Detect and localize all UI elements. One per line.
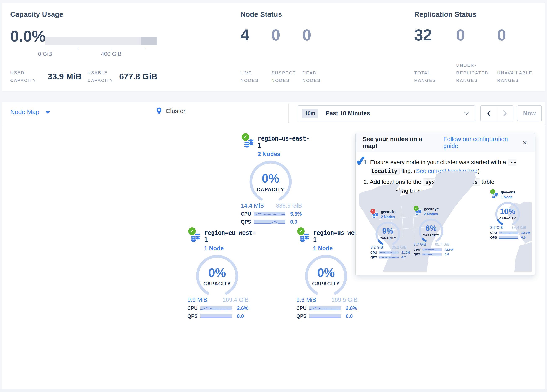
map-pin-icon [156,107,162,115]
suspect-nodes-label: SUSPECT NODES [271,69,302,85]
node-card-geo-sfo[interactable]: 1 geo=sfo 2 Nodes 9% CAPACITY 3.2 GiB 35… [370,209,414,259]
time-stepper [480,105,513,121]
now-button[interactable]: Now [517,105,542,121]
sparkline-chart [499,236,518,239]
cpu-value: 11.0% [402,251,410,254]
node-card-header: ✓ geo=nyc 2 Nodes [414,206,457,217]
capacity-axis-label-400: 400 GiB [96,51,126,57]
configuration-guide-link[interactable]: Follow our configuration guide [443,136,522,150]
sparkline-chart [499,231,518,234]
view-selector-label: Node Map [10,109,39,116]
under-replicated-ranges-label: UNDER- REPLICATED RANGES [456,61,497,84]
node-count-link[interactable]: 2 Nodes [258,151,310,158]
capacity-bar-reserved-segment [141,37,157,45]
node-count-link[interactable]: 2 Nodes [381,215,414,219]
popup-header: See your nodes on a map! Follow our conf… [356,133,535,152]
qps-label: QPS [370,255,379,259]
capacity-axis-label-0: 0 GiB [30,51,60,57]
capacity-values: 9.9 MiB 169.4 GiB [187,296,249,303]
used-capacity: 3.6 GiB [490,226,503,230]
cpu-metric-row: CPU 5.5% [241,211,310,217]
close-icon[interactable]: ✕ [522,139,527,146]
node-card-region-eu-west-1[interactable]: ✓ region=eu-west-1 1 Node 0% CAPACITY 9.… [187,228,257,319]
used-capacity-value: 33.9 MiB [48,72,82,81]
time-range-dropdown[interactable]: 10m Past 10 Minutes [298,105,475,121]
chevron-right-icon [503,110,507,117]
cpu-label: CPU [370,251,379,254]
qps-value: 0.0 [290,219,297,225]
time-range-badge: 10m [302,109,318,118]
qps-label: QPS [296,313,309,319]
node-card-region-us-east-1[interactable]: ✓ region=us-east-1 2 Nodes 0% CAPACITY 1… [241,134,310,225]
cpu-label: CPU [241,211,254,217]
node-card-header: 1 geo=sfo 2 Nodes [370,209,414,220]
capacity-usage-title: Capacity Usage [10,10,63,18]
node-map-setup-popup: See your nodes on a map! Follow our conf… [356,133,535,275]
node-card-region-us-west-1[interactable]: ✓ region=us-west-1 1 Node 0% CAPACITY 9.… [296,228,365,319]
capacity-word: CAPACITY [243,187,298,193]
used-capacity: 9.6 MiB [296,296,316,303]
capacity-values: 3.7 GiB 65.7 GiB [414,242,450,247]
capacity-percent: 0% [190,266,244,280]
dead-nodes-label: DEAD NODES [302,69,336,85]
capacity-gauge: 0% CAPACITY [190,253,244,295]
qps-label: QPS [241,219,254,225]
sparkline-chart [309,314,341,319]
total-capacity: 35.1 GiB [392,245,406,250]
total-capacity: 34.4 GiB [512,226,526,230]
node-locality-label: region=eu-west-1 [204,228,257,243]
view-selector-dropdown[interactable]: Node Map [10,109,50,116]
suspect-nodes-count: 0 [271,26,302,44]
capacity-percent: 0% [243,171,298,185]
sparkline-chart [254,212,285,217]
popup-title: See your nodes on a map! [363,136,436,150]
database-icon [415,208,422,215]
capacity-word: CAPACITY [372,236,403,240]
node-card-geo-nyc[interactable]: ✓ geo=nyc 2 Nodes 6% CAPACITY 3.7 GiB 65… [414,206,457,256]
time-step-back-button[interactable] [481,106,497,121]
breadcrumb[interactable]: Cluster [156,107,185,115]
qps-label: QPS [187,313,200,319]
sparkline-chart [422,253,442,256]
capacity-gauge: 10% CAPACITY [492,201,523,225]
dead-nodes-count: 0 [302,26,336,44]
caret-down-icon[interactable] [45,111,50,114]
node-card-geo-ams[interactable]: ✓ geo=ams 1 Node 10% CAPACITY 3.6 GiB 34… [490,190,532,239]
capacity-word: CAPACITY [299,281,353,287]
capacity-word: CAPACITY [492,217,523,220]
cpu-metric-row: CPU 2.6% [187,305,257,311]
node-locality-label: geo=nyc [424,206,457,211]
qps-metric-row: QPS 0.0 [490,236,532,239]
replication-status-title: Replication Status [414,10,476,18]
check-mark-icon: ✔ [355,153,368,169]
chevron-down-icon[interactable] [464,112,469,115]
cpu-metric-row: CPU 12.3% [490,231,532,234]
node-count-link[interactable]: 1 Node [501,195,532,199]
capacity-percent: 10% [492,207,523,216]
sparkline-chart [200,306,232,311]
total-ranges-label: TOTAL RANGES [414,69,456,85]
database-icon [492,192,499,199]
time-step-forward-button[interactable] [497,106,513,121]
total-capacity: 65.7 GiB [435,242,450,247]
used-capacity: 3.2 GiB [370,245,383,250]
node-count-link[interactable]: 2 Nodes [424,212,457,216]
capacity-gauge: 9% CAPACITY [372,220,403,245]
cpu-label: CPU [187,305,200,311]
qps-label: QPS [414,252,422,256]
node-map-canvas: ✓ region=us-east-1 2 Nodes 0% CAPACITY 1… [2,124,545,389]
database-icon [299,232,310,243]
capacity-axis-tick [144,47,144,50]
qps-value: 0.0 [237,313,244,319]
under-replicated-ranges-count: 0 [456,26,497,44]
node-count-link[interactable]: 1 Node [204,245,257,252]
replication-status-labels: TOTAL RANGES UNDER- REPLICATED RANGES UN… [414,59,539,84]
total-capacity: 169.4 GiB [222,296,249,303]
qps-metric-row: QPS 0.0 [414,252,457,256]
capacity-values: 14.4 MiB 338.9 GiB [241,202,302,209]
step-text: Ensure every node in your cluster was st… [370,159,508,165]
sparkline-chart [379,255,398,259]
time-range-label: Past 10 Minutes [326,110,370,117]
used-capacity-label: USED CAPACITY [10,69,36,84]
node-card-header: ✓ region=us-west-1 1 Node [296,228,365,252]
